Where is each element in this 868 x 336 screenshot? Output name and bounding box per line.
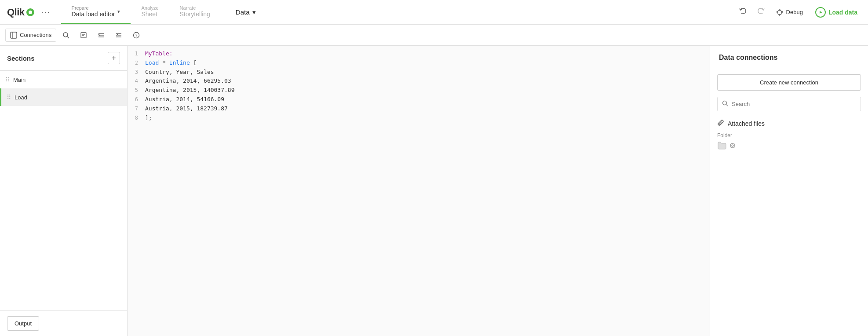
code-line-3: 3 Country, Year, Sales (128, 68, 710, 77)
line-content-7: Austria, 2015, 182739.87 (145, 104, 710, 113)
tab-prepare[interactable]: Prepare Data load editor ▾ (61, 0, 131, 24)
tab-prepare-dropdown-arrow[interactable]: ▾ (117, 9, 120, 15)
attached-files-label: Attached files (728, 120, 765, 127)
nav-tabs: Prepare Data load editor ▾ Analyze Sheet… (61, 0, 221, 24)
svg-point-9 (63, 33, 68, 37)
connections-button[interactable]: Connections (5, 29, 56, 42)
svg-marker-6 (820, 11, 822, 14)
load-data-label: Load data (828, 9, 857, 16)
tab-prepare-top-label: Prepare (72, 5, 115, 11)
top-bar-right: Debug Load data (737, 5, 868, 19)
data-menu-arrow: ▾ (252, 8, 256, 16)
load-data-button[interactable]: Load data (812, 5, 861, 19)
folder-label: Folder (717, 132, 861, 139)
line-content-3: Country, Year, Sales (145, 68, 710, 77)
load-data-icon (815, 7, 826, 18)
line-content-6: Austria, 2014, 54166.09 (145, 95, 710, 104)
svg-rect-7 (11, 32, 17, 38)
svg-rect-0 (778, 11, 781, 15)
code-editor[interactable]: 1 MyTable: 2 Load * Inline [ 3 Country, … (128, 46, 710, 336)
code-token: Load (145, 59, 159, 66)
data-menu-label: Data (236, 8, 250, 16)
tab-narrate-main-label: Storytelling (180, 11, 210, 18)
logo-area: Qlik ··· (0, 6, 61, 18)
sidebar-item-main-label: Main (13, 77, 122, 83)
redo-button[interactable] (755, 5, 767, 19)
help-button[interactable]: ? (128, 29, 144, 41)
code-token: Inline (169, 59, 190, 66)
top-bar: Qlik ··· Prepare Data load editor ▾ Anal… (0, 0, 868, 25)
search-connections-icon (722, 100, 728, 108)
sections-list: ⠿ Main ⠿ Load 🗑 (0, 71, 127, 310)
line-content-1: MyTable: (145, 49, 710, 58)
tab-narrate[interactable]: Narrate Storytelling (169, 0, 221, 24)
create-new-connection-button[interactable]: Create new connection (717, 74, 861, 91)
debug-button[interactable]: Debug (772, 7, 806, 18)
line-content-2: Load * Inline [ (145, 58, 710, 68)
paperclip-icon (717, 119, 724, 128)
attached-files-header: Attached files (717, 119, 861, 128)
line-number-7: 7 (128, 104, 145, 113)
data-menu-button[interactable]: Data ▾ (230, 6, 262, 19)
tab-prepare-main-label: Data load editor (72, 11, 115, 18)
folder-icon-area (717, 141, 861, 150)
code-line-2: 2 Load * Inline [ (128, 58, 710, 68)
qlik-logo-icon (26, 8, 34, 16)
line-content-4: Argentina, 2014, 66295.03 (145, 77, 710, 86)
tab-analyze-top-label: Analyze (141, 5, 158, 11)
line-number-1: 1 (128, 49, 145, 58)
svg-line-10 (67, 37, 69, 38)
data-connections-panel: Data connections Create new connection (710, 46, 868, 336)
line-number-6: 6 (128, 95, 145, 104)
svg-rect-11 (81, 33, 86, 38)
tab-analyze[interactable]: Analyze Sheet (131, 0, 169, 24)
indent-button[interactable] (93, 29, 109, 41)
code-line-6: 6 Austria, 2014, 54166.09 (128, 95, 710, 104)
qlik-logo[interactable]: Qlik (7, 7, 34, 18)
line-content-8: ]; (145, 113, 710, 123)
sections-sidebar: Sections + ⠿ Main ⠿ Load 🗑 Output (0, 46, 128, 336)
drag-handle-main: ⠿ (5, 76, 10, 83)
sidebar-item-load-label: Load (15, 94, 112, 101)
add-section-button[interactable]: + (108, 52, 120, 64)
sidebar-item-load[interactable]: ⠿ Load 🗑 (0, 88, 127, 106)
svg-text:?: ? (135, 33, 138, 38)
folder-settings-icon (729, 142, 736, 149)
svg-point-25 (732, 145, 733, 146)
folder-icon (717, 141, 727, 150)
right-panel-content: Create new connection (710, 67, 868, 157)
code-icon-button[interactable] (76, 29, 91, 41)
add-section-icon: + (112, 54, 116, 62)
svg-point-22 (723, 101, 727, 105)
line-number-4: 4 (128, 77, 145, 85)
code-line-1: 1 MyTable: (128, 49, 710, 58)
sidebar-item-main[interactable]: ⠿ Main (0, 71, 127, 88)
line-content-5: Argentina, 2015, 140037.89 (145, 86, 710, 95)
search-connections-input[interactable] (732, 101, 856, 107)
editor-toolbar: Connections ? (0, 25, 868, 46)
sections-title: Sections (7, 55, 35, 62)
outdent-button[interactable] (111, 29, 127, 41)
line-number-3: 3 (128, 68, 145, 77)
code-token: MyTable: (145, 50, 173, 57)
tab-analyze-main-label: Sheet (141, 11, 158, 18)
code-line-4: 4 Argentina, 2014, 66295.03 (128, 77, 710, 86)
more-options-button[interactable]: ··· (38, 6, 54, 18)
code-line-8: 8 ]; (128, 113, 710, 123)
search-toolbar-button[interactable] (58, 29, 74, 41)
data-connections-title: Data connections (719, 54, 777, 61)
qlik-wordmark: Qlik (7, 7, 25, 18)
code-line-7: 7 Austria, 2015, 182739.87 (128, 104, 710, 113)
right-panel-header: Data connections (710, 46, 868, 67)
code-editor-area[interactable]: 1 MyTable: 2 Load * Inline [ 3 Country, … (128, 46, 710, 336)
debug-label: Debug (786, 9, 803, 15)
attached-files-section: Attached files Folder (717, 119, 861, 150)
undo-button[interactable] (737, 5, 749, 19)
main-content: Sections + ⠿ Main ⠿ Load 🗑 Output (0, 46, 868, 336)
line-number-2: 2 (128, 58, 145, 67)
output-button[interactable]: Output (7, 316, 39, 331)
line-number-8: 8 (128, 113, 145, 122)
code-line-5: 5 Argentina, 2015, 140037.89 (128, 86, 710, 95)
search-connections-box[interactable] (717, 97, 861, 111)
drag-handle-load: ⠿ (7, 94, 11, 101)
